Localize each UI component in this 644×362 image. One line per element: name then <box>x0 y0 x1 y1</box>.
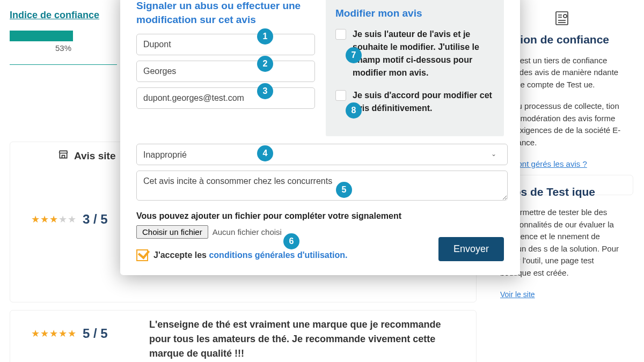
step-badge-3: 3 <box>257 83 273 99</box>
progress-percent: 53% <box>10 43 117 53</box>
accept-terms-label: J'accepte les conditions générales d'uti… <box>153 250 348 260</box>
review-body-2: L'enseigne de thé est vraiment une marqu… <box>149 317 450 361</box>
view-site-link[interactable]: Voir le site <box>500 290 535 299</box>
step-badge-1: 1 <box>257 28 273 45</box>
confirm-modify-checkbox[interactable] <box>335 90 346 101</box>
confirm-modify-checkbox-label: Je suis d'accord pour modifier cet avis … <box>353 89 494 115</box>
progress-bar: 53% <box>10 31 122 65</box>
modify-review-heading: Modifier mon avis <box>335 8 494 19</box>
review-rating-1: ★★★★★ 3 / 5 <box>31 212 108 227</box>
review-score-2: 5 / 5 <box>83 326 108 341</box>
lastname-input[interactable] <box>136 34 315 55</box>
accept-terms-checkbox[interactable] <box>136 249 148 261</box>
review-score-1: 3 / 5 <box>83 212 108 227</box>
indice-confiance-link[interactable]: Indice de confiance <box>10 10 99 21</box>
author-checkbox-label: Je suis l'auteur de l'avis et je souhait… <box>353 28 494 79</box>
svg-point-1 <box>564 14 567 18</box>
file-upload-label: Vous pouvez ajouter un fichier pour comp… <box>136 211 504 221</box>
step-badge-8: 8 <box>346 102 362 119</box>
step-badge-4: 4 <box>257 145 273 161</box>
choose-file-button[interactable]: Choisir un fichier <box>136 225 208 239</box>
file-status: Aucun fichier choisi <box>213 227 282 237</box>
step-badge-2: 2 <box>257 56 273 72</box>
comment-textarea[interactable]: Cet avis incite à consommer chez les con… <box>136 171 508 201</box>
author-checkbox[interactable] <box>335 29 346 40</box>
report-heading: Signaler un abus ou effectuer une modifi… <box>136 0 315 26</box>
terms-link[interactable]: conditions générales d'utilisation. <box>209 250 347 260</box>
firstname-input[interactable] <box>136 61 315 82</box>
step-badge-7: 7 <box>346 47 362 63</box>
email-input[interactable] <box>136 87 315 109</box>
send-button[interactable]: Envoyer <box>438 237 504 261</box>
shop-icon <box>58 149 69 162</box>
reason-select[interactable]: Inapproprié <box>136 144 508 165</box>
step-badge-5: 5 <box>336 182 352 198</box>
review-rating-2: ★★★★★ 5 / 5 <box>31 326 108 341</box>
report-abuse-modal: Signaler un abus ou effectuer une modifi… <box>120 0 520 275</box>
step-badge-6: 6 <box>283 233 299 249</box>
avis-site-heading: Avis site <box>74 150 115 162</box>
